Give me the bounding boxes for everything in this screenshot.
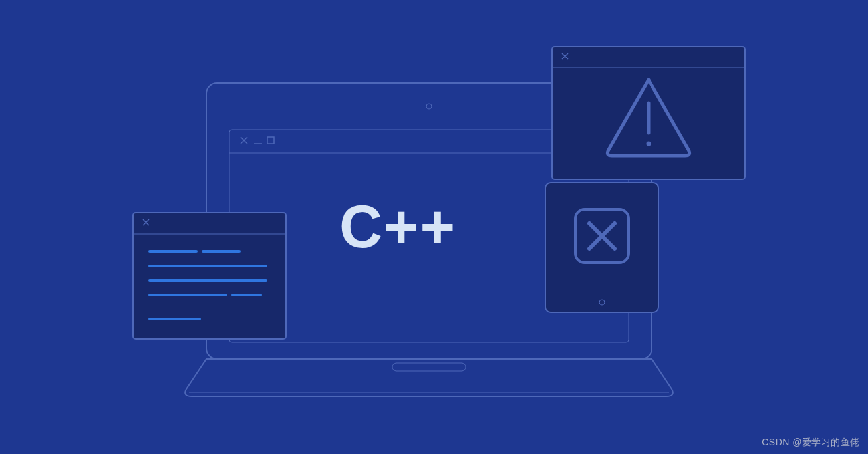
illustration-stage: C++ CSDN @爱学习的鱼佬 [0, 0, 868, 454]
warning-window [552, 47, 745, 179]
maximize-icon [267, 137, 274, 144]
window-controls [241, 137, 274, 144]
laptop-base [185, 359, 673, 396]
close-icon [241, 137, 247, 144]
code-window [133, 213, 286, 339]
svg-point-23 [647, 142, 651, 146]
watermark-text: CSDN @爱学习的鱼佬 [762, 437, 860, 449]
svg-rect-24 [545, 183, 658, 312]
svg-rect-1 [392, 363, 466, 371]
tablet-device [545, 183, 658, 312]
camera-icon [426, 104, 432, 109]
cpp-logo-text: C++ [339, 193, 456, 261]
